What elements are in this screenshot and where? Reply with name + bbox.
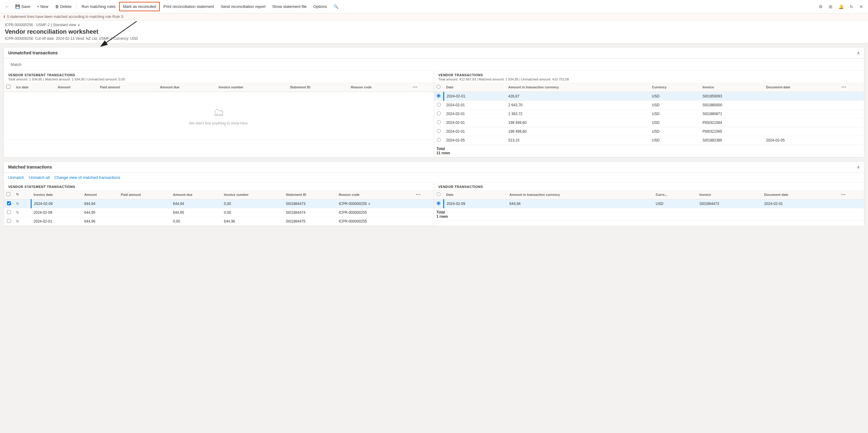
print-label: Print reconciliation statement xyxy=(163,4,214,9)
matched-vs-table-scroll: ↻ Invoice date Amount Paid amount Amount… xyxy=(4,190,434,226)
save-icon: 💾 xyxy=(15,4,20,9)
row-checkbox[interactable] xyxy=(7,210,11,214)
options-button[interactable]: Options xyxy=(310,2,330,11)
total-label: Total xyxy=(437,147,862,151)
row-amount: 644,94 xyxy=(82,199,118,208)
match-button[interactable]: Match xyxy=(8,61,24,68)
toolbar-left: ← 💾 Save + New 🗑 Delete Run matching rul… xyxy=(2,2,341,11)
dropdown-icon[interactable]: ∨ xyxy=(368,202,371,206)
matched-vs-col-sync: ↻ xyxy=(14,190,31,199)
row-due: 644,95 xyxy=(170,208,221,217)
back-button[interactable]: ← xyxy=(2,2,11,11)
row-docdate: 2024-02-01 xyxy=(762,199,838,208)
new-button[interactable]: + New xyxy=(34,2,51,11)
layout-icon-button[interactable]: ⊞ xyxy=(826,2,835,11)
settings-icon-button[interactable]: ⚙ xyxy=(816,2,825,11)
table-row[interactable]: ↻ 2024-02-09 644,94 644,94 0,00 SI018844… xyxy=(4,199,434,208)
row-radio[interactable] xyxy=(437,201,440,205)
row-radio-cell xyxy=(434,136,444,145)
matched-vs-col-due: Amount due xyxy=(170,190,221,199)
unmatched-vt-col-invoice: Invoice xyxy=(700,82,764,92)
unmatched-vs-col-reason: Reason code xyxy=(348,82,410,92)
main-content: Unmatched transactions ∧ Match VENDOR ST… xyxy=(0,43,868,230)
matched-vt-col-check xyxy=(434,190,444,199)
run-matching-button[interactable]: Run matching rules xyxy=(79,2,119,11)
unmatched-vendor-statement-header: VENDOR STATEMENT TRANSACTIONS Total amou… xyxy=(4,71,434,82)
status-icon: ℹ xyxy=(4,14,5,19)
table-row[interactable]: 2024-02-01 199 499,60 USD PI00321564 xyxy=(434,119,864,127)
unmatched-vs-col-amount: Amount xyxy=(55,82,97,92)
matched-section-body: Unmatch Unmatch all Change view of match… xyxy=(4,173,864,226)
table-row[interactable]: ↻ 2024-02-09 644,95 644,95 0,00 SI018844… xyxy=(4,208,434,217)
unmatched-vs-col-check xyxy=(4,82,14,92)
empty-icon: 🗂 xyxy=(213,106,224,119)
table-row[interactable]: 2024-02-09 644,94 USD SI01884473 2024-02… xyxy=(434,199,864,208)
matched-vs-select-all[interactable] xyxy=(6,192,10,196)
matched-vs-col-amount: Amount xyxy=(82,190,118,199)
row-currency: USD xyxy=(650,101,700,110)
table-row[interactable]: 2024-02-01 1 363,72 USD SI01880871 xyxy=(434,110,864,119)
breadcrumb-id: ICPR-000000256 : USMF-2 xyxy=(5,23,50,27)
row-checkbox[interactable] xyxy=(7,201,11,205)
mark-reconciled-button[interactable]: Mark as reconciled xyxy=(119,2,159,11)
empty-text: We didn't find anything to show here. xyxy=(189,121,249,125)
row-docdate xyxy=(764,119,839,127)
show-file-button[interactable]: Show statement file xyxy=(269,2,310,11)
matched-vt-header: VENDOR TRANSACTIONS xyxy=(434,182,864,190)
close-icon-button[interactable]: ✕ xyxy=(857,2,866,11)
table-row[interactable]: 2024-02-01 2 643,70 USD SI01880000 xyxy=(434,101,864,110)
matched-vt-radio[interactable] xyxy=(437,192,440,196)
breadcrumb: ICPR-000000256 : USMF-2 | Standard view … xyxy=(5,23,863,27)
change-view-link[interactable]: Change view of matched transactions xyxy=(54,175,120,180)
row-currency: USD xyxy=(650,136,700,145)
more-icon-vt[interactable]: ⋯ xyxy=(841,85,846,90)
row-invoice: SI01882385 xyxy=(700,136,764,145)
notification-icon-button[interactable]: 🔔 xyxy=(836,2,846,11)
more-icon-mvs[interactable]: ⋯ xyxy=(415,192,421,197)
row-radio[interactable] xyxy=(437,138,441,142)
unmatched-vt-radio[interactable] xyxy=(437,85,440,89)
row-docdate xyxy=(764,101,839,110)
table-row[interactable]: 2024-02-05 513,15 USD SI01882385 2024-02… xyxy=(434,136,864,145)
unmatch-all-link[interactable]: Unmatch all xyxy=(29,175,50,180)
unmatch-link[interactable]: Unmatch xyxy=(8,175,24,180)
page-subtitle: ICPR-000000256: Cut off date: 2024-02-13… xyxy=(5,36,863,43)
delete-button[interactable]: 🗑 Delete xyxy=(52,2,75,11)
matched-section-title: Matched transactions xyxy=(8,165,52,169)
row-radio[interactable] xyxy=(437,103,441,107)
row-more xyxy=(838,199,864,208)
send-button[interactable]: Send reconciliation report xyxy=(218,2,268,11)
unmatched-section-header[interactable]: Unmatched transactions ∧ xyxy=(4,47,864,59)
more-icon[interactable]: ⋯ xyxy=(412,85,417,90)
row-more xyxy=(839,136,864,145)
refresh-icon-button[interactable]: ↻ xyxy=(847,2,856,11)
row-radio[interactable] xyxy=(437,120,441,124)
row-invoice: SI01859093 xyxy=(700,92,764,101)
row-radio[interactable] xyxy=(437,94,440,98)
row-date: 2024-02-09 xyxy=(31,199,82,208)
send-label: Send reconciliation report xyxy=(221,4,265,9)
row-due: 644,94 xyxy=(170,199,221,208)
unmatched-section: Unmatched transactions ∧ Match VENDOR ST… xyxy=(4,47,864,158)
matched-section-header[interactable]: Matched transactions ∧ xyxy=(4,162,864,173)
save-button[interactable]: 💾 Save xyxy=(12,2,33,11)
back-icon: ← xyxy=(5,4,9,9)
unmatched-vt-col-amount: Amount in transaction currency xyxy=(506,82,650,92)
print-button[interactable]: Print reconciliation statement xyxy=(160,2,217,11)
search-button[interactable]: 🔍 xyxy=(331,2,341,11)
table-row[interactable]: ↻ 2024-02-01 644,96 0,00 644,96 SI018844… xyxy=(4,217,434,226)
row-invoice: SI01880871 xyxy=(700,110,764,119)
unmatched-vt-col-currency: Currency xyxy=(650,82,700,92)
row-checkbox[interactable] xyxy=(7,219,11,223)
run-matching-label: Run matching rules xyxy=(82,4,116,9)
more-icon-mvt[interactable]: ⋯ xyxy=(841,192,845,197)
row-invoice: 0,00 xyxy=(221,199,283,208)
table-row[interactable]: 2024-02-01 199 499,60 USD PI00321565 xyxy=(434,127,864,136)
unmatched-vs-select-all[interactable] xyxy=(6,85,10,89)
row-radio[interactable] xyxy=(437,111,441,115)
table-row[interactable]: 2024-02-01 426,87 USD SI01859093 xyxy=(434,92,864,101)
matched-toolbar: Unmatch Unmatch all Change view of match… xyxy=(4,173,864,182)
matched-vt-table: Date Amount in transaction currency Curr… xyxy=(434,190,864,221)
row-radio[interactable] xyxy=(437,129,441,133)
unmatched-vs-col-due: Amount due xyxy=(158,82,216,92)
